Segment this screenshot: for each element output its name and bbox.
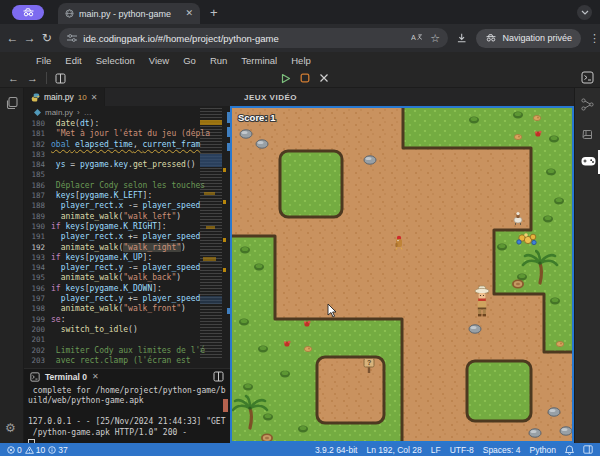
layout-icon[interactable] bbox=[583, 445, 593, 454]
terminal-header: Terminal 0 ✕ bbox=[24, 369, 230, 384]
tree-stump bbox=[512, 280, 524, 289]
close-run-button[interactable] bbox=[319, 73, 329, 83]
python-version[interactable]: 3.9.2 64-bit bbox=[315, 445, 358, 455]
browser-tab-strip: main.py - python-game ✕ + bbox=[0, 0, 600, 24]
menu-item-help[interactable]: Help bbox=[291, 55, 311, 66]
terminal-output[interactable]: complete for /home/project/python-game/b… bbox=[24, 384, 230, 451]
left-activity-bar: ⚙ bbox=[0, 88, 24, 443]
bookmark-star-icon[interactable]: ☆ bbox=[430, 32, 440, 45]
stop-button[interactable] bbox=[300, 73, 310, 83]
editor-forward-button[interactable]: → bbox=[27, 72, 38, 84]
split-terminal-icon[interactable] bbox=[213, 371, 224, 382]
breadcrumb-ellipsis[interactable]: … bbox=[84, 108, 92, 117]
right-activity-bar bbox=[574, 88, 600, 443]
svg-text:A: A bbox=[411, 33, 416, 42]
overview-ruler[interactable] bbox=[222, 108, 230, 360]
score-label: Score: 1 bbox=[238, 112, 276, 123]
browser-menu-kebab-icon[interactable]: ⋮ bbox=[589, 32, 600, 45]
incognito-icon bbox=[22, 8, 35, 17]
private-browsing-badge: Navigation privée bbox=[476, 29, 581, 48]
browser-window: main.py - python-game ✕ + ← → ↻ ide.codi… bbox=[0, 0, 600, 456]
run-bar: ← → bbox=[0, 68, 600, 88]
terminal-icon bbox=[30, 372, 40, 382]
browser-tab-title: main.py - python-game bbox=[79, 9, 180, 19]
problems-warnings[interactable]: 10 bbox=[25, 445, 45, 455]
private-badge-label: Navigation privée bbox=[502, 33, 572, 43]
split-editor-icon[interactable] bbox=[55, 73, 66, 84]
terminal-line: /python-game.apk HTTP/1.0" 200 - bbox=[28, 428, 230, 438]
warning-icon bbox=[25, 446, 34, 454]
game-panel: JEUX VIDÉO bbox=[230, 88, 574, 443]
menu-item-view[interactable]: View bbox=[149, 55, 169, 66]
new-tab-button[interactable]: + bbox=[210, 5, 218, 20]
editor-tab-problem-badge: 10 bbox=[78, 93, 87, 102]
incognito-icon bbox=[485, 34, 497, 42]
grass-island-bottom bbox=[467, 361, 531, 421]
game-panel-title: JEUX VIDÉO bbox=[230, 88, 574, 106]
incognito-profile-chip[interactable] bbox=[12, 5, 44, 20]
editor-tab-close-icon[interactable]: ✕ bbox=[91, 93, 98, 102]
terminal-panel: Terminal 0 ✕ complete for /home/project/… bbox=[24, 368, 230, 443]
python-file-icon bbox=[31, 93, 40, 102]
terminal-line bbox=[28, 407, 230, 417]
hierarchy-icon[interactable] bbox=[581, 98, 594, 111]
url-bar[interactable]: ide.codingpark.io/#/home/project/python-… bbox=[59, 28, 448, 48]
terminal-line: uild/web/python-game.apk bbox=[28, 396, 230, 406]
browser-tab[interactable]: main.py - python-game ✕ bbox=[58, 3, 200, 24]
divider bbox=[46, 72, 47, 84]
download-icon[interactable] bbox=[456, 32, 467, 44]
back-button[interactable]: ← bbox=[4, 31, 21, 45]
menu-item-file[interactable]: File bbox=[36, 55, 51, 66]
explorer-files-icon[interactable] bbox=[5, 96, 19, 110]
forward-button[interactable]: → bbox=[21, 31, 38, 45]
terminal-close-icon[interactable]: ✕ bbox=[92, 372, 99, 381]
editor-tab-label: main.py bbox=[44, 92, 74, 102]
ide-main: ⚙ main.py 10 ✕ main.py › … 180 date(dt):… bbox=[0, 88, 600, 443]
error-icon bbox=[7, 446, 15, 454]
menu-bar: FileEditSelectionViewGoRunTerminalHelp bbox=[0, 52, 600, 68]
notifications-bell-icon[interactable] bbox=[565, 445, 574, 455]
breadcrumb-separator: › bbox=[77, 108, 80, 117]
reload-button[interactable]: ↻ bbox=[38, 31, 55, 45]
menu-item-terminal[interactable]: Terminal bbox=[241, 55, 277, 66]
info-icon bbox=[48, 446, 56, 454]
game-canvas[interactable]: ? Score: 1 bbox=[230, 106, 574, 443]
terminal-line: complete for /home/project/python-game/b bbox=[28, 386, 230, 396]
menu-item-edit[interactable]: Edit bbox=[65, 55, 81, 66]
grass-island-top bbox=[280, 151, 342, 217]
terminal-scrollbar[interactable] bbox=[223, 399, 228, 412]
terminal-line: 127.0.0.1 - - [25/Nov/2024 21:44:33] "GE… bbox=[28, 417, 230, 427]
symbol-file-icon bbox=[34, 109, 41, 116]
run-play-button[interactable] bbox=[280, 73, 291, 84]
menu-item-run[interactable]: Run bbox=[210, 55, 227, 66]
editor-group: main.py 10 ✕ main.py › … 180 date(dt):18… bbox=[24, 88, 230, 368]
status-bar: 0 10 37 3.9.2 64-bit Ln 192, Col 28 LF U… bbox=[0, 443, 600, 456]
browser-toolbar: ← → ↻ ide.codingpark.io/#/home/project/p… bbox=[0, 24, 600, 52]
terminal-tab-label[interactable]: Terminal 0 bbox=[45, 372, 87, 382]
gamepad-icon[interactable] bbox=[581, 156, 596, 167]
editor-tab-mainpy[interactable]: main.py 10 ✕ bbox=[24, 88, 105, 106]
cursor-position[interactable]: Ln 192, Col 28 bbox=[366, 445, 421, 455]
menu-item-selection[interactable]: Selection bbox=[96, 55, 135, 66]
minimap[interactable] bbox=[200, 108, 222, 360]
tab-search-button[interactable] bbox=[577, 5, 592, 20]
tab-close-icon[interactable]: ✕ bbox=[185, 9, 193, 18]
terminal-panel-icon[interactable] bbox=[581, 71, 594, 84]
chevron-down-icon bbox=[581, 10, 589, 15]
book-icon[interactable] bbox=[581, 128, 594, 141]
settings-gear-icon[interactable]: ⚙ bbox=[5, 421, 16, 435]
svg-text:?: ? bbox=[367, 359, 371, 366]
url-text[interactable]: ide.codingpark.io/#/home/project/python-… bbox=[83, 33, 405, 44]
encoding-indicator[interactable]: UTF-8 bbox=[450, 445, 474, 455]
eol-indicator[interactable]: LF bbox=[431, 445, 441, 455]
site-settings-icon[interactable] bbox=[67, 34, 77, 42]
language-mode[interactable]: Python bbox=[530, 445, 556, 455]
indent-indicator[interactable]: Spaces: 4 bbox=[483, 445, 521, 455]
problems-errors[interactable]: 0 bbox=[7, 445, 22, 455]
editor-back-button[interactable]: ← bbox=[8, 72, 19, 84]
globe-favicon-icon bbox=[65, 9, 74, 18]
breadcrumb-file[interactable]: main.py bbox=[45, 108, 73, 117]
translate-icon[interactable]: A bbox=[411, 33, 422, 43]
menu-item-go[interactable]: Go bbox=[183, 55, 196, 66]
problems-infos[interactable]: 37 bbox=[48, 445, 67, 455]
